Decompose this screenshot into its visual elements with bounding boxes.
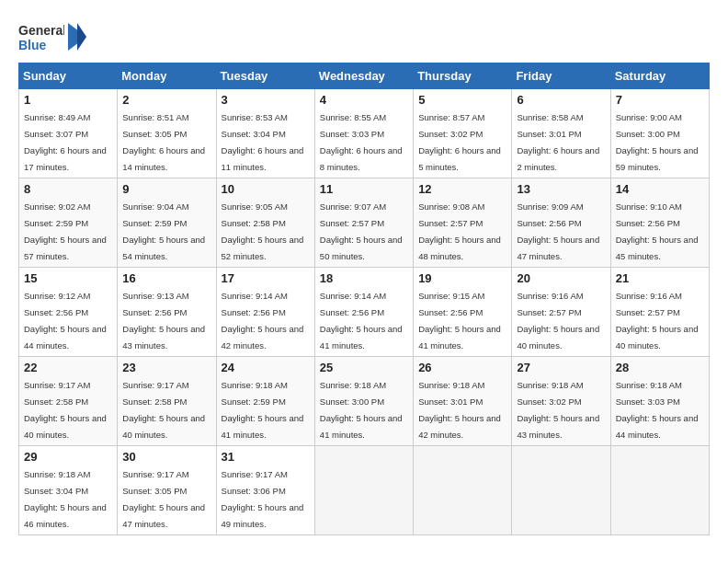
day-detail: Sunrise: 8:53 AMSunset: 3:04 PMDaylight:…: [222, 112, 304, 172]
calendar-cell: 12Sunrise: 9:08 AMSunset: 2:57 PMDayligh…: [414, 178, 512, 268]
day-detail: Sunrise: 9:18 AMSunset: 3:04 PMDaylight:…: [24, 469, 107, 529]
day-detail: Sunrise: 8:49 AMSunset: 3:07 PMDaylight:…: [24, 112, 107, 172]
calendar-cell: 10Sunrise: 9:05 AMSunset: 2:58 PMDayligh…: [216, 178, 314, 268]
day-detail: Sunrise: 9:17 AMSunset: 2:58 PMDaylight:…: [122, 380, 205, 440]
day-number: 12: [418, 182, 506, 196]
calendar-cell: 25Sunrise: 9:18 AMSunset: 3:00 PMDayligh…: [314, 357, 413, 446]
day-number: 27: [517, 361, 605, 374]
day-number: 24: [222, 361, 310, 374]
calendar-cell: [414, 446, 512, 535]
day-detail: Sunrise: 9:13 AMSunset: 2:56 PMDaylight:…: [122, 291, 205, 350]
day-number: 18: [320, 271, 408, 285]
day-detail: Sunrise: 9:07 AMSunset: 2:57 PMDaylight:…: [320, 201, 403, 261]
calendar-table: SundayMondayTuesdayWednesdayThursdayFrid…: [18, 63, 710, 535]
day-number: 19: [418, 271, 506, 285]
day-number: 9: [122, 182, 210, 196]
day-number: 1: [24, 93, 112, 107]
calendar-cell: 4Sunrise: 8:55 AMSunset: 3:03 PMDaylight…: [314, 89, 413, 178]
col-header-thursday: Thursday: [414, 63, 512, 89]
day-detail: Sunrise: 9:04 AMSunset: 2:59 PMDaylight:…: [122, 201, 205, 261]
day-detail: Sunrise: 9:17 AMSunset: 2:58 PMDaylight:…: [24, 380, 107, 440]
calendar-cell: 24Sunrise: 9:18 AMSunset: 2:59 PMDayligh…: [216, 357, 314, 446]
day-number: 11: [320, 182, 408, 196]
calendar-cell: 23Sunrise: 9:17 AMSunset: 2:58 PMDayligh…: [118, 357, 216, 446]
col-header-wednesday: Wednesday: [314, 63, 413, 89]
day-detail: Sunrise: 9:09 AMSunset: 2:56 PMDaylight:…: [517, 201, 599, 261]
day-number: 28: [616, 361, 704, 374]
day-number: 10: [222, 182, 310, 196]
day-number: 31: [222, 450, 310, 464]
day-detail: Sunrise: 9:18 AMSunset: 2:59 PMDaylight:…: [222, 380, 304, 440]
calendar-cell: 5Sunrise: 8:57 AMSunset: 3:02 PMDaylight…: [414, 89, 512, 178]
day-detail: Sunrise: 9:12 AMSunset: 2:56 PMDaylight:…: [24, 291, 107, 350]
calendar-cell: 11Sunrise: 9:07 AMSunset: 2:57 PMDayligh…: [314, 178, 413, 268]
day-detail: Sunrise: 9:18 AMSunset: 3:02 PMDaylight:…: [517, 380, 599, 440]
day-detail: Sunrise: 8:57 AMSunset: 3:02 PMDaylight:…: [418, 112, 501, 172]
calendar-cell: 19Sunrise: 9:15 AMSunset: 2:56 PMDayligh…: [414, 268, 512, 357]
calendar-cell: 13Sunrise: 9:09 AMSunset: 2:56 PMDayligh…: [512, 178, 610, 268]
day-detail: Sunrise: 8:58 AMSunset: 3:01 PMDaylight:…: [517, 112, 599, 172]
col-header-monday: Monday: [118, 63, 216, 89]
calendar-cell: 29Sunrise: 9:18 AMSunset: 3:04 PMDayligh…: [19, 446, 118, 535]
day-number: 30: [122, 450, 210, 464]
calendar-cell: 6Sunrise: 8:58 AMSunset: 3:01 PMDaylight…: [512, 89, 610, 178]
col-header-sunday: Sunday: [19, 63, 118, 89]
day-number: 22: [24, 361, 112, 374]
day-number: 20: [517, 271, 605, 285]
calendar-cell: 27Sunrise: 9:18 AMSunset: 3:02 PMDayligh…: [512, 357, 610, 446]
day-number: 25: [320, 361, 408, 374]
day-number: 8: [24, 182, 112, 196]
day-detail: Sunrise: 9:14 AMSunset: 2:56 PMDaylight:…: [320, 291, 403, 350]
day-detail: Sunrise: 9:08 AMSunset: 2:57 PMDaylight:…: [418, 201, 501, 261]
day-number: 3: [222, 93, 310, 107]
calendar-cell: 8Sunrise: 9:02 AMSunset: 2:59 PMDaylight…: [19, 178, 118, 268]
day-detail: Sunrise: 9:00 AMSunset: 3:00 PMDaylight:…: [616, 112, 699, 172]
svg-marker-3: [77, 23, 86, 51]
day-detail: Sunrise: 9:02 AMSunset: 2:59 PMDaylight:…: [24, 201, 107, 261]
calendar-cell: 30Sunrise: 9:17 AMSunset: 3:05 PMDayligh…: [118, 446, 216, 535]
day-detail: Sunrise: 9:18 AMSunset: 3:03 PMDaylight:…: [616, 380, 699, 440]
day-detail: Sunrise: 9:05 AMSunset: 2:58 PMDaylight:…: [222, 201, 304, 261]
calendar-cell: 3Sunrise: 8:53 AMSunset: 3:04 PMDaylight…: [216, 89, 314, 178]
col-header-friday: Friday: [512, 63, 610, 89]
day-detail: Sunrise: 9:10 AMSunset: 2:56 PMDaylight:…: [616, 201, 699, 261]
calendar-cell: 20Sunrise: 9:16 AMSunset: 2:57 PMDayligh…: [512, 268, 610, 357]
svg-text:General: General: [18, 23, 64, 38]
day-detail: Sunrise: 9:18 AMSunset: 3:00 PMDaylight:…: [320, 380, 403, 440]
week-row-2: 8Sunrise: 9:02 AMSunset: 2:59 PMDaylight…: [19, 178, 710, 268]
day-number: 7: [616, 93, 704, 107]
calendar-cell: 2Sunrise: 8:51 AMSunset: 3:05 PMDaylight…: [118, 89, 216, 178]
day-number: 17: [222, 271, 310, 285]
day-detail: Sunrise: 8:55 AMSunset: 3:03 PMDaylight:…: [320, 112, 403, 172]
calendar-cell: 7Sunrise: 9:00 AMSunset: 3:00 PMDaylight…: [610, 89, 709, 178]
calendar-cell: 1Sunrise: 8:49 AMSunset: 3:07 PMDaylight…: [19, 89, 118, 178]
week-row-4: 22Sunrise: 9:17 AMSunset: 2:58 PMDayligh…: [19, 357, 710, 446]
day-detail: Sunrise: 9:17 AMSunset: 3:05 PMDaylight:…: [122, 469, 205, 529]
calendar-cell: [512, 446, 610, 535]
day-detail: Sunrise: 9:16 AMSunset: 2:57 PMDaylight:…: [616, 291, 699, 350]
calendar-cell: 26Sunrise: 9:18 AMSunset: 3:01 PMDayligh…: [414, 357, 512, 446]
day-detail: Sunrise: 9:16 AMSunset: 2:57 PMDaylight:…: [517, 291, 599, 350]
header: General Blue: [18, 18, 710, 55]
calendar-cell: 21Sunrise: 9:16 AMSunset: 2:57 PMDayligh…: [610, 268, 709, 357]
day-detail: Sunrise: 8:51 AMSunset: 3:05 PMDaylight:…: [122, 112, 205, 172]
week-row-3: 15Sunrise: 9:12 AMSunset: 2:56 PMDayligh…: [19, 268, 710, 357]
day-number: 15: [24, 271, 112, 285]
day-number: 23: [122, 361, 210, 374]
calendar-cell: 31Sunrise: 9:17 AMSunset: 3:06 PMDayligh…: [216, 446, 314, 535]
day-detail: Sunrise: 9:15 AMSunset: 2:56 PMDaylight:…: [418, 291, 501, 350]
calendar-cell: 18Sunrise: 9:14 AMSunset: 2:56 PMDayligh…: [314, 268, 413, 357]
day-number: 16: [122, 271, 210, 285]
calendar-cell: 22Sunrise: 9:17 AMSunset: 2:58 PMDayligh…: [19, 357, 118, 446]
day-number: 26: [418, 361, 506, 374]
calendar-cell: [314, 446, 413, 535]
svg-text:Blue: Blue: [18, 38, 47, 52]
day-detail: Sunrise: 9:17 AMSunset: 3:06 PMDaylight:…: [222, 469, 304, 529]
day-number: 13: [517, 182, 605, 196]
day-number: 21: [616, 271, 704, 285]
calendar-cell: 17Sunrise: 9:14 AMSunset: 2:56 PMDayligh…: [216, 268, 314, 357]
calendar-cell: [610, 446, 709, 535]
col-header-saturday: Saturday: [610, 63, 709, 89]
calendar-cell: 28Sunrise: 9:18 AMSunset: 3:03 PMDayligh…: [610, 357, 709, 446]
logo: General Blue: [18, 18, 86, 55]
